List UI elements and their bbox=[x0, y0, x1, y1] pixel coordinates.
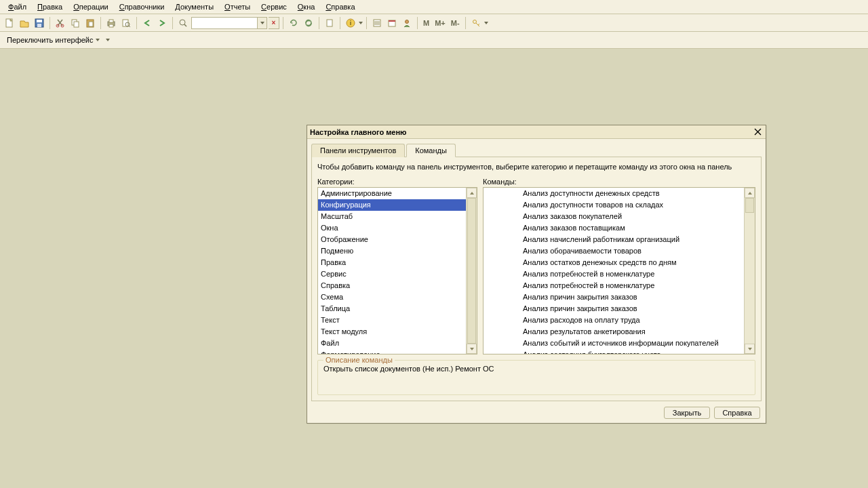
category-item[interactable]: Отображение bbox=[318, 234, 466, 245]
category-item[interactable]: Файл bbox=[318, 338, 466, 349]
dialog-tabs: Панели инструментов Команды bbox=[311, 144, 762, 157]
svg-rect-2 bbox=[37, 20, 42, 22]
command-item[interactable]: Анализ начислений работникам организаций bbox=[484, 234, 744, 245]
category-item[interactable]: Текст модуля bbox=[318, 326, 466, 338]
main-menu-settings-dialog: Настройка главного меню Панели инструмен… bbox=[307, 125, 766, 424]
menu-операции[interactable]: Операции bbox=[68, 1, 113, 12]
command-item[interactable]: Анализ заказов покупателей bbox=[484, 211, 744, 222]
search-input[interactable] bbox=[191, 17, 267, 29]
toolbar-separator bbox=[50, 17, 50, 29]
calc-m-minus-button[interactable]: M- bbox=[449, 19, 462, 27]
category-item[interactable]: Администрирование bbox=[318, 188, 466, 199]
command-item[interactable]: Анализ оборачиваемости товаров bbox=[484, 245, 744, 257]
command-item[interactable]: Анализ заказов поставщикам bbox=[484, 222, 744, 234]
toolbar-separator bbox=[283, 17, 283, 29]
scroll-up-icon[interactable] bbox=[745, 188, 755, 198]
scroll-down-icon[interactable] bbox=[745, 344, 755, 354]
copy-icon[interactable] bbox=[68, 16, 82, 30]
svg-point-15 bbox=[180, 20, 185, 25]
menu-сервис[interactable]: Сервис bbox=[256, 1, 292, 12]
search-dropdown-icon[interactable] bbox=[257, 18, 267, 28]
category-item[interactable]: Подменю bbox=[318, 245, 466, 257]
category-item[interactable]: Текст bbox=[318, 314, 466, 326]
refresh-icon[interactable] bbox=[287, 16, 300, 30]
menu-отчеты[interactable]: Отчеты bbox=[219, 1, 256, 12]
commands-label: Команды: bbox=[483, 178, 755, 186]
calc-m-plus-button[interactable]: M+ bbox=[433, 19, 448, 27]
categories-label: Категории: bbox=[317, 178, 477, 186]
command-item[interactable]: Анализ доступности товаров на складах bbox=[484, 199, 744, 211]
category-item[interactable]: Сервис bbox=[318, 268, 466, 280]
category-item[interactable]: Схема bbox=[318, 291, 466, 303]
svg-point-23 bbox=[473, 20, 476, 23]
calc-m-button[interactable]: M bbox=[421, 19, 431, 27]
command-item[interactable]: Анализ потребностей в номенклатуре bbox=[484, 268, 744, 280]
commands-listbox[interactable]: Анализ доступности денежных средствАнали… bbox=[483, 187, 755, 354]
categories-listbox[interactable]: АдминистрированиеКонфигурацияМасштабОкна… bbox=[317, 187, 477, 354]
svg-rect-11 bbox=[109, 20, 113, 22]
command-item[interactable]: Анализ состояния бухгалтерского учета bbox=[484, 349, 744, 354]
main-menu-bar: ФайлПравкаОперацииСправочникиДокументыОт… bbox=[0, 0, 868, 14]
scrollbar[interactable] bbox=[744, 188, 755, 354]
command-item[interactable]: Анализ остатков денежных средств по дням bbox=[484, 257, 744, 268]
svg-rect-12 bbox=[109, 24, 113, 27]
svg-rect-7 bbox=[74, 22, 79, 27]
help-button[interactable]: Справка bbox=[714, 407, 760, 419]
cut-icon[interactable] bbox=[54, 16, 67, 30]
search-icon[interactable] bbox=[176, 16, 190, 30]
close-button[interactable]: Закрыть bbox=[664, 407, 710, 419]
secondary-toolbar: Переключить интерфейс bbox=[0, 32, 868, 49]
scroll-up-icon[interactable] bbox=[467, 188, 477, 198]
switch-interface-button[interactable]: Переключить интерфейс bbox=[3, 35, 114, 45]
paste-icon[interactable] bbox=[83, 16, 97, 30]
menu-окна[interactable]: Окна bbox=[292, 1, 321, 12]
document-icon[interactable] bbox=[323, 16, 336, 30]
dialog-titlebar[interactable]: Настройка главного меню bbox=[307, 125, 766, 139]
svg-rect-3 bbox=[37, 24, 41, 27]
new-icon[interactable] bbox=[3, 16, 16, 30]
tool-dropdown-icon[interactable] bbox=[484, 22, 488, 24]
category-item[interactable]: Окна bbox=[318, 222, 466, 234]
scroll-down-icon[interactable] bbox=[467, 344, 477, 354]
menu-документы[interactable]: Документы bbox=[170, 1, 219, 12]
category-item[interactable]: Масштаб bbox=[318, 211, 466, 222]
tool-key-icon[interactable] bbox=[469, 16, 483, 30]
command-item[interactable]: Анализ результатов анкетирования bbox=[484, 326, 744, 338]
menu-справка[interactable]: Справка bbox=[320, 1, 360, 12]
list-icon[interactable] bbox=[370, 16, 384, 30]
category-item[interactable]: Форматирование bbox=[318, 349, 466, 354]
save-icon[interactable] bbox=[33, 16, 46, 30]
main-toolbar: × i M M+ M- bbox=[0, 14, 868, 32]
open-icon[interactable] bbox=[18, 16, 31, 30]
refresh-all-icon[interactable] bbox=[302, 16, 315, 30]
command-item[interactable]: Анализ событий и источников информации п… bbox=[484, 338, 744, 349]
command-item[interactable]: Анализ причин закрытия заказов bbox=[484, 291, 744, 303]
tab-toolbars[interactable]: Панели инструментов bbox=[311, 144, 405, 157]
forward-icon[interactable] bbox=[155, 16, 169, 30]
menu-файл[interactable]: Файл bbox=[3, 1, 32, 12]
command-item[interactable]: Анализ причин закрытия заказов bbox=[484, 303, 744, 314]
category-item[interactable]: Конфигурация bbox=[318, 199, 466, 211]
category-item[interactable]: Правка bbox=[318, 257, 466, 268]
info-icon[interactable]: i bbox=[344, 16, 357, 30]
calendar-icon[interactable] bbox=[385, 16, 399, 30]
print-preview-icon[interactable] bbox=[119, 16, 133, 30]
command-item[interactable]: Анализ доступности денежных средств bbox=[484, 188, 744, 199]
command-item[interactable]: Анализ расходов на оплату труда bbox=[484, 314, 744, 326]
category-item[interactable]: Таблица bbox=[318, 303, 466, 314]
print-icon[interactable] bbox=[104, 16, 118, 30]
menu-справочники[interactable]: Справочники bbox=[114, 1, 170, 12]
search-clear-icon[interactable]: × bbox=[269, 17, 279, 29]
menu-правка[interactable]: Правка bbox=[32, 1, 68, 12]
description-legend: Описание команды bbox=[323, 356, 395, 364]
close-icon[interactable] bbox=[752, 127, 763, 138]
info-dropdown-icon[interactable] bbox=[359, 22, 363, 24]
category-item[interactable]: Справка bbox=[318, 280, 466, 291]
command-item[interactable]: Анализ потребностей в номенклатуре bbox=[484, 280, 744, 291]
description-text: Открыть список документов (Не исп.) Ремо… bbox=[323, 365, 749, 373]
user-icon[interactable] bbox=[400, 16, 414, 30]
svg-point-22 bbox=[406, 20, 409, 23]
tab-commands[interactable]: Команды bbox=[406, 144, 456, 157]
back-icon[interactable] bbox=[140, 16, 154, 30]
scrollbar[interactable] bbox=[466, 188, 477, 354]
